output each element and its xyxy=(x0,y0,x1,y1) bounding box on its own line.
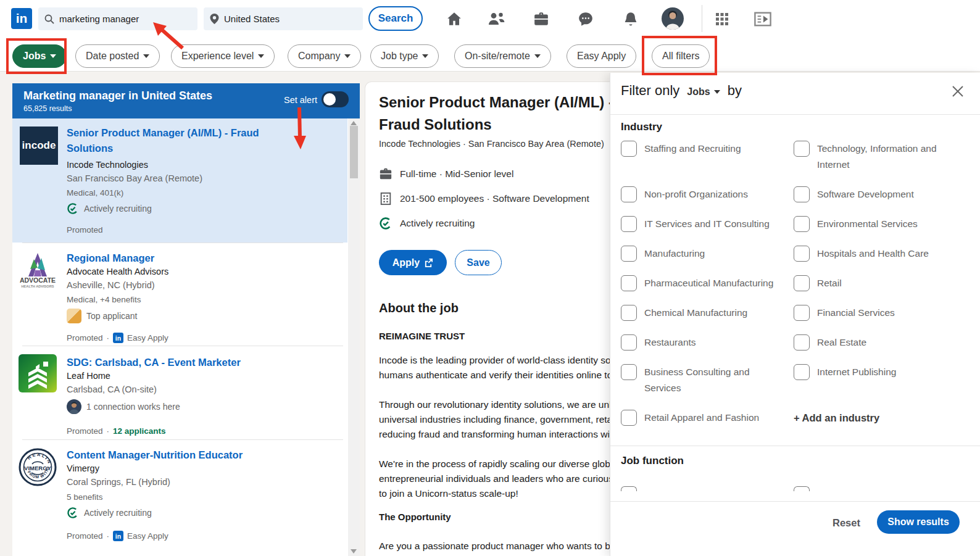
job-card-2[interactable]: ADVOCATE HEALTH ADVISORS Regional Manage… xyxy=(12,243,347,346)
job-benefits: 5 benefits xyxy=(67,492,103,502)
add-industry-button[interactable]: + Add an industry xyxy=(794,410,979,426)
checkbox[interactable] xyxy=(794,246,810,262)
job-company: Leaf Home xyxy=(67,371,110,381)
show-results-button[interactable]: Show results xyxy=(877,510,960,534)
job-title-link[interactable]: SDG: Carlsbad, CA - Event Marketer xyxy=(67,355,304,370)
industry-option[interactable]: Financial Services xyxy=(794,305,979,321)
industry-option[interactable]: Non-profit Organizations xyxy=(621,186,794,202)
industry-option[interactable]: Retail Apparel and Fashion xyxy=(621,410,794,426)
checkbox[interactable] xyxy=(794,186,810,202)
filter-pill-experience-level[interactable]: Experience level xyxy=(171,44,275,68)
all-filters-button[interactable]: All filters xyxy=(652,44,710,68)
checkbox[interactable] xyxy=(794,305,810,321)
actively-recruiting-icon xyxy=(67,507,79,519)
industry-option[interactable]: Retail xyxy=(794,275,979,291)
checkbox[interactable] xyxy=(794,141,810,157)
apply-button[interactable]: Apply xyxy=(379,250,447,275)
filter-pill-easy-apply[interactable]: Easy Apply xyxy=(567,44,636,68)
search-button[interactable]: Search xyxy=(368,6,423,31)
industry-option[interactable]: Hospitals and Health Care xyxy=(794,246,979,262)
chevron-down-icon xyxy=(50,54,56,58)
job-card-4[interactable]: HEALING FROM WITHIN VIMERGY Content Mana… xyxy=(12,440,347,556)
location-input[interactable]: United States xyxy=(204,7,363,30)
close-icon[interactable] xyxy=(950,84,965,99)
company-building-icon xyxy=(379,192,392,205)
reset-button[interactable]: Reset xyxy=(833,517,860,529)
results-scrollbar[interactable] xyxy=(348,118,360,556)
top-applicant-icon xyxy=(67,309,81,323)
modal-scope-dropdown[interactable]: Jobs xyxy=(687,86,720,98)
checkbox[interactable] xyxy=(794,275,810,291)
filter-pill-company[interactable]: Company xyxy=(288,44,361,68)
set-alert-toggle[interactable] xyxy=(322,91,349,107)
checkbox[interactable] xyxy=(621,486,637,491)
modal-header-prefix: Filter only xyxy=(621,83,679,99)
industry-option[interactable]: Restaurants xyxy=(621,334,794,351)
industry-option[interactable]: Staffing and Recruiting xyxy=(621,141,794,173)
checkbox[interactable] xyxy=(621,141,637,157)
chevron-down-icon xyxy=(422,54,428,58)
filter-pill-date-posted[interactable]: Date posted xyxy=(75,44,160,68)
apps-grid-icon[interactable] xyxy=(713,10,731,28)
my-network-icon[interactable] xyxy=(488,10,505,28)
industry-option[interactable]: Internet Publishing xyxy=(794,364,979,396)
nav-divider xyxy=(702,5,702,32)
checkbox[interactable] xyxy=(621,334,637,351)
job-title-link[interactable]: Regional Manager xyxy=(67,251,304,266)
linkedin-in-icon: in xyxy=(113,531,123,541)
industry-option[interactable]: IT Services and IT Consulting xyxy=(621,216,794,232)
detail-employment-meta: Full-time · Mid-Senior level xyxy=(379,167,513,181)
checkbox[interactable] xyxy=(621,275,637,291)
checkbox[interactable] xyxy=(794,364,810,380)
industry-option[interactable]: Business Consulting and Services xyxy=(621,364,794,396)
scrollbar-thumb[interactable] xyxy=(350,126,358,178)
industry-option[interactable]: Chemical Manufacturing xyxy=(621,305,794,321)
industry-option[interactable]: Pharmaceutical Manufacturing xyxy=(621,275,794,291)
messaging-icon[interactable] xyxy=(577,10,594,28)
checkbox[interactable] xyxy=(794,334,810,351)
profile-avatar[interactable] xyxy=(662,7,684,30)
about-paragraph-2: Through our revolutionary identity solut… xyxy=(379,397,639,442)
checkbox[interactable] xyxy=(621,216,637,232)
checkbox[interactable] xyxy=(794,486,810,491)
job-title-link[interactable]: Content Manager-Nutrition Educator xyxy=(67,447,304,463)
industry-section-title: Industry xyxy=(621,121,662,133)
scope-pill-jobs[interactable]: Jobs xyxy=(12,44,67,68)
results-header: Marketing manager in United States 65,82… xyxy=(12,83,360,118)
industry-option[interactable]: Software Development xyxy=(794,186,979,202)
checkbox[interactable] xyxy=(621,305,637,321)
results-title: Marketing manager in United States xyxy=(23,89,212,102)
actively-recruiting-icon xyxy=(67,202,79,215)
checkbox[interactable] xyxy=(794,216,810,232)
industry-option[interactable]: Manufacturing xyxy=(621,246,794,262)
linkedin-logo[interactable]: in xyxy=(11,8,32,29)
search-input[interactable]: marketing manager xyxy=(38,7,197,30)
location-pin-icon xyxy=(210,14,219,24)
scroll-down-arrow[interactable] xyxy=(351,549,357,554)
industry-option[interactable]: Technology, Information and Internet xyxy=(794,141,979,173)
checkbox[interactable] xyxy=(621,246,637,262)
incode-logo: incode xyxy=(20,127,58,165)
home-icon[interactable] xyxy=(446,10,463,28)
linkedin-in-icon: in xyxy=(113,333,123,343)
job-title-link[interactable]: Senior Product Manager (AI/ML) - Fraud S… xyxy=(67,125,304,156)
actively-recruiting-icon xyxy=(379,217,392,230)
industry-option[interactable]: Environmental Services xyxy=(794,216,979,232)
job-card-1[interactable]: incode Senior Product Manager (AI/ML) - … xyxy=(12,118,347,243)
modal-header-suffix: by xyxy=(728,83,742,99)
svg-text:ADVOCATE: ADVOCATE xyxy=(20,276,56,284)
learning-icon[interactable] xyxy=(754,10,771,28)
notifications-bell-icon[interactable] xyxy=(622,10,639,28)
filter-pill-job-type[interactable]: Job type xyxy=(370,44,439,68)
save-button[interactable]: Save xyxy=(455,250,502,275)
job-card-3[interactable]: SDG: Carlsbad, CA - Event Marketer Leaf … xyxy=(12,346,347,439)
checkbox[interactable] xyxy=(621,364,637,380)
filter-bar: Jobs Date posted Experience level Compan… xyxy=(0,37,980,72)
filter-pill-onsite-remote[interactable]: On-site/remote xyxy=(454,44,551,68)
jobs-icon[interactable] xyxy=(533,10,550,28)
checkbox[interactable] xyxy=(621,186,637,202)
scroll-up-arrow[interactable] xyxy=(351,121,357,125)
industry-option[interactable]: Real Estate xyxy=(794,334,979,351)
checkbox[interactable] xyxy=(621,410,637,426)
toggle-knob xyxy=(323,93,336,106)
